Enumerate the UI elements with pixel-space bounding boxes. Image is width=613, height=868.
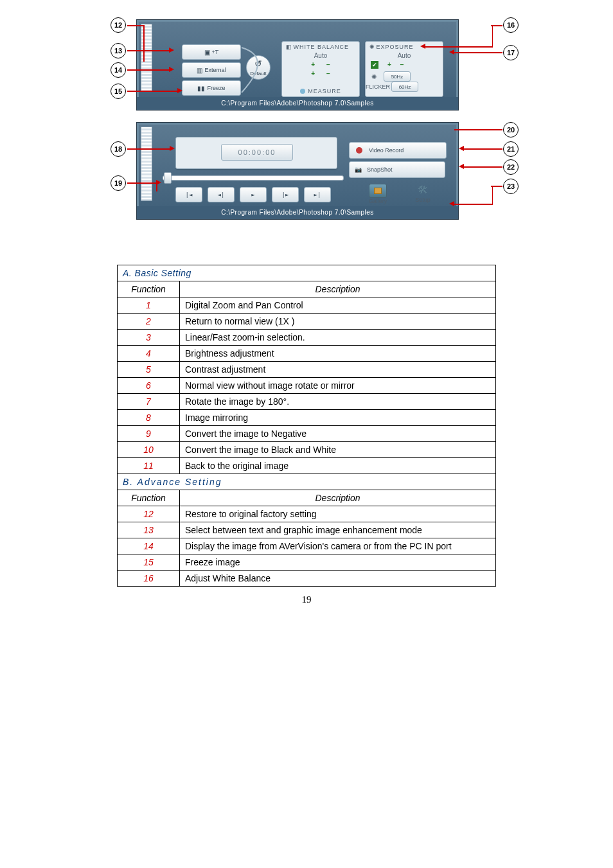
col-function: Function bbox=[118, 281, 180, 297]
description-cell: Brightness adjustment bbox=[180, 346, 496, 362]
freeze-button[interactable]: ▮▮ Freeze bbox=[182, 80, 241, 96]
next-button[interactable]: |► bbox=[272, 187, 299, 202]
table-row: 9Convert the image to Negative bbox=[118, 426, 496, 442]
description-cell: Digital Zoom and Pan Control bbox=[180, 297, 496, 314]
table-row: 13Select between text and graphic image … bbox=[118, 522, 496, 538]
table-row: 8Image mirroring bbox=[118, 410, 496, 426]
function-cell: 15 bbox=[118, 554, 180, 571]
function-cell: 6 bbox=[118, 378, 180, 394]
last-icon: ►| bbox=[314, 191, 321, 198]
table-row: 1Digital Zoom and Pan Control bbox=[118, 297, 496, 314]
description-cell: Rotate the image by 180°. bbox=[180, 394, 496, 410]
gallery-label: Gallery bbox=[362, 198, 394, 204]
external-label: External bbox=[204, 67, 226, 73]
timer-group: 00:00:00 bbox=[175, 137, 337, 169]
video-record-button[interactable]: Video Record bbox=[349, 142, 447, 159]
callout-19: 19 bbox=[111, 175, 126, 191]
measure-icon bbox=[300, 89, 305, 94]
prev-icon: ◄| bbox=[218, 191, 225, 198]
description-cell: Image mirroring bbox=[180, 410, 496, 426]
description-cell: Display the image from AVerVision's came… bbox=[180, 538, 496, 554]
exposure-title: EXPOSURE bbox=[377, 44, 414, 50]
wb-plusminus-2[interactable]: + − bbox=[282, 70, 359, 77]
description-cell: Adjust White Balance bbox=[180, 571, 496, 587]
function-cell: 9 bbox=[118, 426, 180, 442]
function-cell: 4 bbox=[118, 346, 180, 362]
section-a-title: A. Basic Setting bbox=[118, 265, 496, 281]
function-cell: 11 bbox=[118, 458, 180, 474]
description-cell: Convert the image to Negative bbox=[180, 426, 496, 442]
prev-button[interactable]: ◄| bbox=[208, 187, 235, 202]
snapshot-label: SnapShot bbox=[367, 166, 393, 173]
page-number: 19 bbox=[0, 594, 613, 605]
callout-21: 21 bbox=[503, 141, 519, 157]
last-button[interactable]: ►| bbox=[304, 187, 331, 202]
snapshot-icon: 📷 bbox=[355, 166, 362, 173]
external-button[interactable]: ▥ External bbox=[182, 62, 241, 78]
description-cell: Contrast adjustment bbox=[180, 362, 496, 378]
description-cell: Convert the image to Black and White bbox=[180, 442, 496, 458]
callout-13: 13 bbox=[111, 43, 126, 58]
callout-14: 14 bbox=[111, 62, 126, 78]
first-icon: |◄ bbox=[186, 191, 193, 198]
ui-figure: 12 13 14 15 16 17 ▣ +T bbox=[117, 19, 496, 220]
description-cell: Restore to original factory setting bbox=[180, 506, 496, 522]
function-cell: 8 bbox=[118, 410, 180, 426]
function-cell: 3 bbox=[118, 330, 180, 346]
function-cell: 16 bbox=[118, 571, 180, 587]
play-button[interactable]: ► bbox=[240, 187, 267, 202]
callout-20: 20 bbox=[503, 122, 519, 137]
exposure-auto: Auto bbox=[366, 50, 443, 61]
plus-icon: + bbox=[311, 70, 315, 77]
table-row: 15Freeze image bbox=[118, 554, 496, 571]
record-icon bbox=[356, 147, 362, 154]
callout-18: 18 bbox=[111, 141, 126, 157]
white-balance-group: ◧ WHITE BALANCE Auto + − + − MEASURE bbox=[281, 41, 360, 97]
minus-icon: − bbox=[326, 70, 330, 77]
setup-label: Setup bbox=[407, 197, 439, 203]
table-row: 16Adjust White Balance bbox=[118, 571, 496, 587]
callout-12: 12 bbox=[111, 17, 126, 33]
mode-text-label: +T bbox=[212, 49, 219, 55]
callout-17: 17 bbox=[503, 45, 519, 60]
first-button[interactable]: |◄ bbox=[175, 187, 202, 202]
section-b-title: B. Advance Setting bbox=[118, 474, 496, 490]
wb-plusminus-1[interactable]: + − bbox=[282, 61, 359, 68]
path-bar-bot: C:\Program Files\Adobe\Photoshop 7.0\Sam… bbox=[137, 206, 458, 219]
function-cell: 2 bbox=[118, 314, 180, 330]
table-row: 14Display the image from AVerVision's ca… bbox=[118, 538, 496, 554]
left-scale-bot bbox=[141, 127, 152, 201]
setup-button[interactable]: 🛠 Setup bbox=[407, 184, 439, 203]
table-row: 7Rotate the image by 180°. bbox=[118, 394, 496, 410]
path-bar-top: C:\Program Files\Adobe\Photoshop 7.0\Sam… bbox=[137, 97, 458, 110]
next-icon: |► bbox=[282, 191, 289, 198]
gallery-icon bbox=[374, 188, 382, 194]
hz50-button[interactable]: 50Hz bbox=[384, 71, 411, 82]
freeze-label: Freeze bbox=[207, 85, 225, 91]
description-cell: Return to normal view (1X ) bbox=[180, 314, 496, 330]
wb-icon: ◧ bbox=[286, 44, 292, 50]
hz60-button[interactable]: 60Hz bbox=[391, 82, 418, 92]
function-cell: 12 bbox=[118, 506, 180, 522]
table-row: 3Linear/Fast zoom-in selection. bbox=[118, 330, 496, 346]
plus-icon: + bbox=[311, 61, 315, 68]
timer-display: 00:00:00 bbox=[221, 144, 293, 161]
exposure-group: ✺ EXPOSURE Auto ✔ + − ✺ 50Hz FLICKER 60H… bbox=[365, 41, 443, 97]
callout-15: 15 bbox=[111, 84, 126, 99]
setup-icon: 🛠 bbox=[418, 184, 428, 196]
slider-track[interactable] bbox=[163, 175, 344, 181]
play-icon: ► bbox=[251, 191, 254, 198]
minus-icon: − bbox=[326, 61, 330, 68]
gallery-button[interactable]: Gallery bbox=[362, 184, 394, 204]
function-cell: 1 bbox=[118, 297, 180, 314]
table-row: 11Back to the original image bbox=[118, 458, 496, 474]
flicker-icon: ✺ bbox=[366, 73, 382, 80]
col-description-b: Description bbox=[180, 490, 496, 506]
slider-thumb[interactable] bbox=[164, 172, 172, 184]
description-cell: Freeze image bbox=[180, 554, 496, 571]
wb-title: WHITE BALANCE bbox=[294, 44, 350, 50]
exp-plusminus[interactable]: ✔ + − bbox=[366, 61, 443, 69]
mode-text-button[interactable]: ▣ +T bbox=[182, 44, 241, 60]
snapshot-button[interactable]: 📷 SnapShot bbox=[349, 161, 445, 178]
function-cell: 13 bbox=[118, 522, 180, 538]
